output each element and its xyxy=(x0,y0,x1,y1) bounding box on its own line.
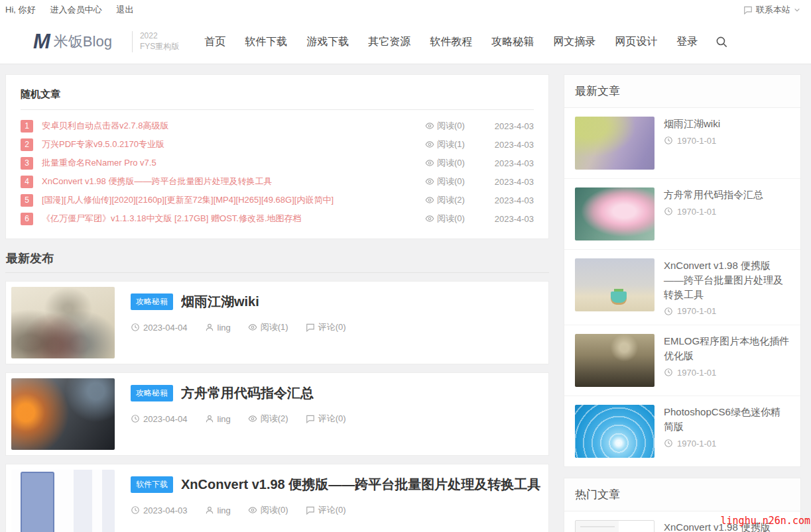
sidebar-article-thumbnail[interactable] xyxy=(575,520,655,532)
latest-articles-widget: 最新文章 烟雨江湖wiki 1970-1-01 xyxy=(564,74,801,467)
nav-item-other-resources[interactable]: 其它资源 xyxy=(368,35,410,49)
main-nav: 首页 软件下载 游戏下载 其它资源 软件教程 攻略秘籍 网文摘录 网页设计 登录 xyxy=(204,35,698,49)
rank-badge: 2 xyxy=(21,138,33,151)
random-article-link[interactable]: 万兴PDF专家v9.5.0.2170专业版 xyxy=(42,138,164,150)
sidebar-article-body: 方舟常用代码指令汇总 1970-1-01 xyxy=(664,187,763,240)
category-badge[interactable]: 攻略秘籍 xyxy=(131,385,173,401)
sidebar-article-title[interactable]: EMLOG程序图片本地化插件优化版 xyxy=(664,334,790,363)
contact-site-dropdown[interactable]: 联系本站 xyxy=(743,4,800,16)
post-read-count: 阅读(0) xyxy=(248,504,288,516)
nav-item-guides[interactable]: 攻略秘籍 xyxy=(491,35,534,49)
post-date: 2023-04-04 xyxy=(131,323,188,333)
site-edition: 2022 FYS重构版 xyxy=(132,31,179,52)
random-article-meta: 阅读(1) 2023-4-03 xyxy=(425,138,534,150)
random-article-link[interactable]: 《亿万僵尸军团》v1.1.3.18中文版 [2.17GB] 赠OST.修改器.地… xyxy=(42,213,302,225)
rank-badge: 5 xyxy=(21,194,33,207)
random-article-meta: 阅读(0) 2023-4-03 xyxy=(425,157,534,169)
sidebar-article-thumbnail[interactable] xyxy=(575,187,655,240)
eye-icon xyxy=(248,414,257,423)
clock-icon xyxy=(131,414,140,423)
random-article-row: 3 批量重命名ReNamer Pro v7.5 阅读(0) 2023-4-03 xyxy=(21,154,534,172)
nav-item-web-design[interactable]: 网页设计 xyxy=(615,35,657,49)
sidebar-article-date: 1970-1-01 xyxy=(664,136,720,146)
site-title: 米饭Blog xyxy=(54,32,112,52)
post-card-body: 攻略秘籍 方舟常用代码指令汇总 2023-04-04 ling xyxy=(131,378,346,450)
category-badge[interactable]: 软件下载 xyxy=(131,476,173,493)
random-article-link[interactable]: XnConvert v1.98 便携版——跨平台批量图片处理及转换工具 xyxy=(42,176,272,187)
sidebar-article-body: 烟雨江湖wiki 1970-1-01 xyxy=(664,117,720,170)
random-article-link[interactable]: [国漫][凡人修仙传][2020][2160p][更新至72集][MP4][H2… xyxy=(42,194,334,206)
logo-mark: M xyxy=(33,30,49,54)
sidebar-article-item[interactable]: 烟雨江湖wiki 1970-1-01 xyxy=(564,108,800,178)
random-articles-title: 随机文章 xyxy=(21,88,534,110)
read-count: 阅读(1) xyxy=(425,138,473,150)
member-center-link[interactable]: 进入会员中心 xyxy=(50,4,102,16)
random-article-meta: 阅读(0) 2023-4-03 xyxy=(425,120,534,132)
post-comment-count: 评论(0) xyxy=(306,413,346,425)
logout-link[interactable]: 退出 xyxy=(117,4,134,16)
site-logo[interactable]: M 米饭Blog xyxy=(33,30,112,54)
sidebar-article-thumbnail[interactable] xyxy=(575,117,655,170)
nav-item-software-download[interactable]: 软件下载 xyxy=(245,35,287,49)
eye-icon xyxy=(425,214,434,223)
random-article-link[interactable]: 批量重命名ReNamer Pro v7.5 xyxy=(42,157,156,169)
sidebar-article-thumbnail[interactable] xyxy=(575,405,655,458)
random-article-meta: 阅读(2) 2023-4-03 xyxy=(425,194,534,206)
random-article-row: 6 《亿万僵尸军团》v1.1.3.18中文版 [2.17GB] 赠OST.修改器… xyxy=(21,209,534,228)
site-header: M 米饭Blog 2022 FYS重构版 首页 软件下载 游戏下载 其它资源 软… xyxy=(0,20,811,64)
post-thumbnail[interactable] xyxy=(11,287,115,358)
sidebar-article-item[interactable]: 方舟常用代码指令汇总 1970-1-01 xyxy=(564,178,800,249)
post-thumbnail[interactable] xyxy=(11,378,115,450)
main-column: 随机文章 1 安卓贝利自动点击器v2.7.8高级版 阅读(0) 2023-4-0… xyxy=(5,74,549,532)
clock-icon xyxy=(131,323,140,332)
contact-site-label: 联系本站 xyxy=(756,4,790,16)
read-count: 阅读(0) xyxy=(425,176,473,187)
eye-icon xyxy=(248,323,257,332)
read-count: 阅读(0) xyxy=(425,157,473,169)
sidebar-article-title[interactable]: 烟雨江湖wiki xyxy=(664,117,720,131)
nav-item-software-tutorials[interactable]: 软件教程 xyxy=(430,35,472,49)
post-card-body: 攻略秘籍 烟雨江湖wiki 2023-04-04 ling xyxy=(131,287,346,358)
read-count: 阅读(0) xyxy=(425,213,473,225)
random-article-meta: 阅读(0) 2023-4-03 xyxy=(425,213,534,225)
publish-date: 2023-4-03 xyxy=(487,140,534,150)
sidebar-article-title[interactable]: 方舟常用代码指令汇总 xyxy=(664,187,763,202)
post-card[interactable]: 软件下载 XnConvert v1.98 便携版——跨平台批量图片处理及转换工具… xyxy=(5,464,549,532)
post-title-link[interactable]: XnConvert v1.98 便携版——跨平台批量图片处理及转换工具 xyxy=(181,476,540,494)
hot-articles-widget-title: 热门文章 xyxy=(564,478,800,511)
topbar: Hi, 你好 进入会员中心 退出 联系本站 xyxy=(0,0,811,20)
sidebar-article-title[interactable]: PhotoshopCS6绿色迷你精简版 xyxy=(664,405,790,434)
comment-icon xyxy=(306,323,315,332)
post-thumbnail[interactable] xyxy=(11,470,115,532)
sidebar-article-item[interactable]: XnConvert v1.98 便携版——跨平台批量图片处理及转换工具 1970… xyxy=(564,249,800,325)
nav-item-home[interactable]: 首页 xyxy=(204,35,225,49)
random-articles-list: 1 安卓贝利自动点击器v2.7.8高级版 阅读(0) 2023-4-03 2 xyxy=(21,117,534,228)
sidebar-article-item[interactable]: EMLOG程序图片本地化插件优化版 1970-1-01 xyxy=(564,325,800,396)
clock-icon xyxy=(664,368,673,377)
random-article-row: 4 XnConvert v1.98 便携版——跨平台批量图片处理及转换工具 阅读… xyxy=(21,172,534,191)
random-article-link[interactable]: 安卓贝利自动点击器v2.7.8高级版 xyxy=(42,120,168,132)
post-card-body: 软件下载 XnConvert v1.98 便携版——跨平台批量图片处理及转换工具… xyxy=(131,470,540,532)
sidebar-article-title[interactable]: XnConvert v1.98 便携版——跨平台批量图片处理及转换工具 xyxy=(664,258,790,301)
post-card[interactable]: 攻略秘籍 烟雨江湖wiki 2023-04-04 ling xyxy=(5,281,549,364)
search-button[interactable] xyxy=(716,36,728,48)
sidebar-article-item[interactable]: PhotoshopCS6绿色迷你精简版 1970-1-01 xyxy=(564,396,800,466)
post-title-link[interactable]: 方舟常用代码指令汇总 xyxy=(181,384,314,402)
random-article-meta: 阅读(0) 2023-4-03 xyxy=(425,176,534,187)
post-read-count: 阅读(1) xyxy=(248,321,288,333)
nav-item-login[interactable]: 登录 xyxy=(676,35,698,49)
eye-icon xyxy=(425,195,434,205)
post-title-link[interactable]: 烟雨江湖wiki xyxy=(181,293,259,311)
post-meta: 2023-04-04 ling 阅读(1) xyxy=(131,321,346,333)
sidebar-article-thumbnail[interactable] xyxy=(575,334,655,387)
sidebar-article-thumbnail[interactable] xyxy=(575,258,655,311)
nav-item-game-download[interactable]: 游戏下载 xyxy=(306,35,349,49)
rank-badge: 1 xyxy=(21,120,33,133)
watermark-text: linghu.n26n.com xyxy=(721,515,810,527)
sidebar-article-date: 1970-1-01 xyxy=(664,368,790,378)
latest-articles-widget-title: 最新文章 xyxy=(564,75,800,108)
post-card[interactable]: 攻略秘籍 方舟常用代码指令汇总 2023-04-04 ling xyxy=(5,372,549,456)
category-badge[interactable]: 攻略秘籍 xyxy=(131,293,173,310)
post-date: 2023-04-03 xyxy=(131,505,188,515)
nav-item-web-excerpts[interactable]: 网文摘录 xyxy=(553,35,595,49)
